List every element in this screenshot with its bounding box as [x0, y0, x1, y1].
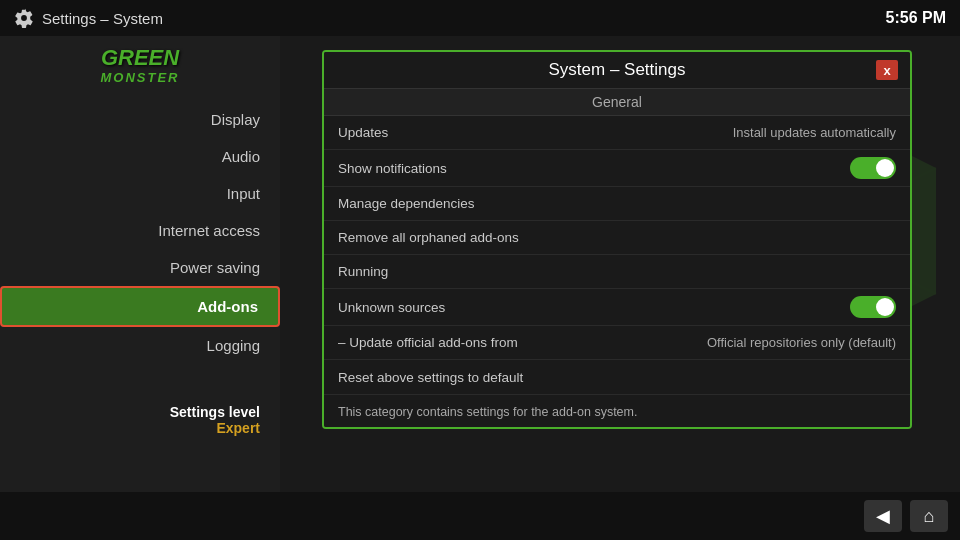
sidebar-item-add-ons[interactable]: Add-ons [0, 286, 280, 327]
home-button[interactable]: ⌂ [910, 500, 948, 532]
back-button[interactable]: ◀ [864, 500, 902, 532]
setting-row-manage-deps[interactable]: Manage dependencies [324, 187, 910, 221]
sidebar-item-input[interactable]: Input [0, 175, 280, 212]
gear-icon [14, 8, 34, 28]
settings-level-area: Settings level Expert [0, 404, 280, 436]
setting-label-unknown-sources: Unknown sources [338, 300, 445, 315]
logo-area: GREEN MONSTER [101, 46, 180, 85]
setting-row-updates[interactable]: Updates Install updates automatically [324, 116, 910, 150]
setting-label-orphaned: Remove all orphaned add-ons [338, 230, 519, 245]
system-settings-dialog: System – Settings x General Updates Inst… [322, 50, 912, 429]
top-bar: Settings – System 5:56 PM [0, 0, 960, 36]
setting-label-notifications: Show notifications [338, 161, 447, 176]
top-bar-title-area: Settings – System [14, 8, 163, 28]
setting-row-running[interactable]: Running [324, 255, 910, 289]
setting-value-install-updates: Install updates automatically [733, 125, 896, 140]
setting-label-reset: Reset above settings to default [338, 370, 523, 385]
dialog-body: Updates Install updates automatically Sh… [324, 116, 910, 394]
setting-label-manage-deps: Manage dependencies [338, 196, 475, 211]
sidebar-item-power-saving[interactable]: Power saving [0, 249, 280, 286]
dialog-title: System – Settings [358, 60, 876, 80]
logo-line2: MONSTER [101, 70, 180, 85]
setting-label-updates: Updates [338, 125, 388, 140]
bottom-bar: ◀ ⌂ [0, 492, 960, 540]
dialog-section-general: General [324, 89, 910, 116]
toggle-knob-notifications [876, 159, 894, 177]
settings-level-label: Settings level [0, 404, 260, 420]
setting-row-orphaned[interactable]: Remove all orphaned add-ons [324, 221, 910, 255]
setting-row-unknown-sources[interactable]: Unknown sources [324, 289, 910, 326]
toggle-knob-unknown-sources [876, 298, 894, 316]
clock: 5:56 PM [886, 9, 946, 27]
sidebar-item-logging[interactable]: Logging [0, 327, 280, 364]
main-area: GREEN MONSTER Display Audio Input Intern… [0, 36, 960, 492]
content-panel: System – Settings x General Updates Inst… [280, 36, 960, 492]
toggle-unknown-sources[interactable] [850, 296, 896, 318]
setting-label-update-official: – Update official add-ons from [338, 335, 518, 350]
sidebar-nav: Display Audio Input Internet access Powe… [0, 101, 280, 364]
top-bar-text: Settings – System [42, 10, 163, 27]
sidebar: GREEN MONSTER Display Audio Input Intern… [0, 36, 280, 492]
settings-level-value: Expert [0, 420, 260, 436]
sidebar-item-display[interactable]: Display [0, 101, 280, 138]
setting-value-update-official: Official repositories only (default) [707, 335, 896, 350]
sidebar-item-internet-access[interactable]: Internet access [0, 212, 280, 249]
dialog-footer: This category contains settings for the … [324, 394, 910, 427]
setting-label-running: Running [338, 264, 388, 279]
logo-line1: GREEN [101, 46, 180, 70]
dialog-header: System – Settings x [324, 52, 910, 89]
setting-row-update-official[interactable]: – Update official add-ons from Official … [324, 326, 910, 360]
sidebar-item-audio[interactable]: Audio [0, 138, 280, 175]
toggle-show-notifications[interactable] [850, 157, 896, 179]
setting-row-reset[interactable]: Reset above settings to default [324, 360, 910, 394]
dialog-close-button[interactable]: x [876, 60, 898, 80]
setting-row-notifications[interactable]: Show notifications [324, 150, 910, 187]
